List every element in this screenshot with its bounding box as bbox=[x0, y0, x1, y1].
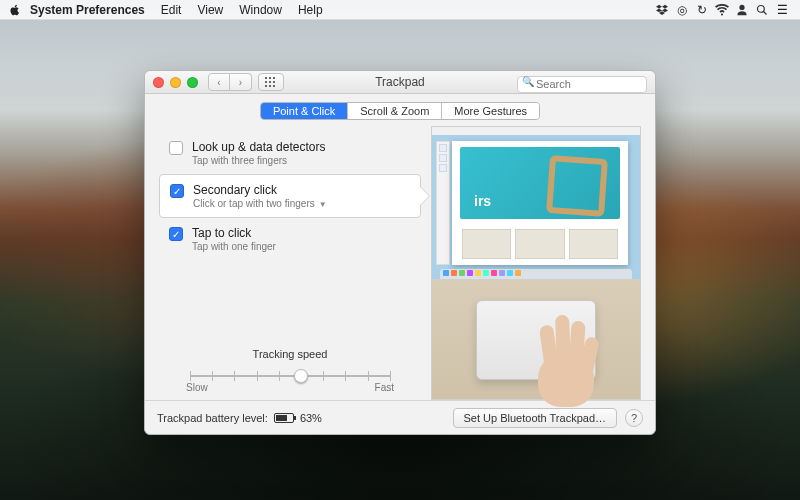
menubar-item-view[interactable]: View bbox=[189, 0, 231, 20]
menubar-item-window[interactable]: Window bbox=[231, 0, 290, 20]
user-icon[interactable] bbox=[732, 4, 752, 16]
svg-rect-6 bbox=[269, 81, 271, 83]
option-title: Tap to click bbox=[192, 226, 276, 240]
tracking-speed-label: Tracking speed bbox=[159, 348, 421, 360]
battery-icon bbox=[274, 413, 294, 423]
svg-rect-8 bbox=[265, 85, 267, 87]
menubar-item-help[interactable]: Help bbox=[290, 0, 331, 20]
airdrop-icon[interactable]: ◎ bbox=[672, 3, 692, 17]
option-subtitle: Tap with one finger bbox=[192, 241, 276, 252]
option-secondary-click[interactable]: ✓ Secondary click Click or tap with two … bbox=[159, 174, 421, 218]
checkbox-tap-to-click[interactable]: ✓ bbox=[169, 227, 183, 241]
svg-rect-5 bbox=[265, 81, 267, 83]
chevron-down-icon[interactable]: ▼ bbox=[319, 200, 327, 209]
option-subtitle[interactable]: Click or tap with two fingers▼ bbox=[193, 198, 327, 209]
svg-line-1 bbox=[764, 11, 767, 14]
checkbox-look-up[interactable] bbox=[169, 141, 183, 155]
gesture-preview: irs bbox=[431, 126, 641, 400]
option-look-up[interactable]: Look up & data detectors Tap with three … bbox=[159, 132, 421, 174]
tab-scroll-and-zoom[interactable]: Scroll & Zoom bbox=[348, 103, 442, 119]
setup-bluetooth-button[interactable]: Set Up Bluetooth Trackpad… bbox=[453, 408, 617, 428]
svg-rect-2 bbox=[265, 77, 267, 79]
preferences-window: ‹ › Trackpad 🔍 Point & Click Scroll & Zo… bbox=[144, 70, 656, 435]
slider-knob[interactable] bbox=[294, 369, 308, 383]
menubar: System Preferences Edit View Window Help… bbox=[0, 0, 800, 20]
search-input[interactable] bbox=[517, 76, 647, 93]
option-title: Secondary click bbox=[193, 183, 327, 197]
slider-max-label: Fast bbox=[375, 382, 394, 393]
window-titlebar[interactable]: ‹ › Trackpad 🔍 bbox=[145, 71, 655, 94]
battery-percent: 63% bbox=[300, 412, 322, 424]
back-button[interactable]: ‹ bbox=[208, 73, 230, 91]
time-machine-icon[interactable]: ↻ bbox=[692, 3, 712, 17]
tab-more-gestures[interactable]: More Gestures bbox=[442, 103, 539, 119]
apple-menu-icon[interactable] bbox=[8, 4, 22, 16]
show-all-button[interactable] bbox=[258, 73, 284, 91]
svg-rect-3 bbox=[269, 77, 271, 79]
options-panel: Look up & data detectors Tap with three … bbox=[159, 126, 421, 400]
minimize-button[interactable] bbox=[170, 77, 181, 88]
close-button[interactable] bbox=[153, 77, 164, 88]
tab-bar: Point & Click Scroll & Zoom More Gesture… bbox=[145, 94, 655, 126]
option-tap-to-click[interactable]: ✓ Tap to click Tap with one finger bbox=[159, 218, 421, 260]
preview-hand bbox=[520, 317, 610, 407]
svg-rect-9 bbox=[269, 85, 271, 87]
zoom-button[interactable] bbox=[187, 77, 198, 88]
wifi-icon[interactable] bbox=[712, 4, 732, 16]
tab-point-and-click[interactable]: Point & Click bbox=[261, 103, 348, 119]
forward-button[interactable]: › bbox=[230, 73, 252, 91]
svg-rect-7 bbox=[273, 81, 275, 83]
tracking-speed-slider[interactable]: SlowFast bbox=[190, 366, 390, 386]
menubar-app-name[interactable]: System Preferences bbox=[22, 0, 153, 20]
option-title: Look up & data detectors bbox=[192, 140, 325, 154]
spotlight-icon[interactable] bbox=[752, 4, 772, 16]
notification-center-icon[interactable]: ☰ bbox=[772, 3, 792, 17]
help-button[interactable]: ? bbox=[625, 409, 643, 427]
preview-trackpad-area bbox=[431, 280, 641, 400]
svg-rect-10 bbox=[273, 85, 275, 87]
preview-caption: irs bbox=[474, 193, 491, 209]
search-icon: 🔍 bbox=[522, 76, 534, 87]
menubar-item-edit[interactable]: Edit bbox=[153, 0, 190, 20]
battery-label: Trackpad battery level: bbox=[157, 412, 268, 424]
checkbox-secondary-click[interactable]: ✓ bbox=[170, 184, 184, 198]
tracking-speed-section: Tracking speed SlowFast bbox=[159, 348, 421, 386]
slider-min-label: Slow bbox=[186, 382, 208, 393]
dropbox-icon[interactable] bbox=[652, 4, 672, 16]
option-subtitle: Tap with three fingers bbox=[192, 155, 325, 166]
svg-point-0 bbox=[758, 5, 765, 12]
svg-rect-4 bbox=[273, 77, 275, 79]
preview-screen: irs bbox=[431, 126, 641, 280]
